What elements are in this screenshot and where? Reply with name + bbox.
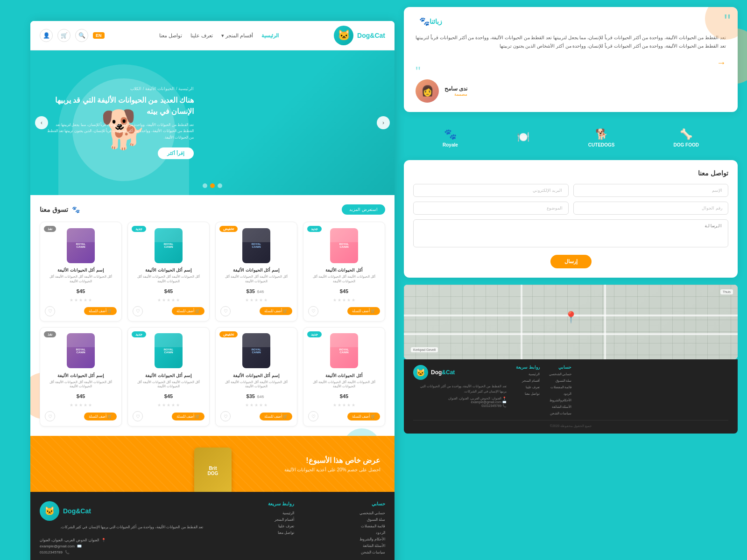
right-footer-link[interactable]: أقسام المنجر <box>516 379 540 383</box>
email-input[interactable] <box>413 184 569 197</box>
footer-logo-text: Dog&Cat <box>63 507 91 515</box>
account-button[interactable]: 👤 <box>40 29 53 42</box>
product-rating: ★ ★ ★ ★ ★ <box>308 403 380 407</box>
location-icon: 📍 <box>101 538 106 542</box>
add-to-cart-button[interactable]: 🛒 أضف للسلة <box>347 413 380 420</box>
add-to-cart-button[interactable]: 🛒 أضف للسلة <box>347 307 380 315</box>
product-price: $45 $35 <box>220 287 292 295</box>
hero-cta-button[interactable]: إقرأ أكثر <box>158 147 194 159</box>
language-switcher[interactable]: EN <box>93 32 105 39</box>
cart-button[interactable]: 🛒 <box>57 29 70 42</box>
product-name: أكل الحيوانات الأليفة <box>308 373 380 378</box>
footer-link[interactable]: تواصل معنا <box>212 531 294 535</box>
wishlist-button[interactable]: ♡ <box>45 411 55 421</box>
wishlist-button[interactable]: ♡ <box>133 411 143 421</box>
phone-icon: 📞 <box>65 550 70 554</box>
wishlist-button[interactable]: ♡ <box>45 306 55 316</box>
footer-link[interactable]: الأحكام والشروط <box>303 537 385 541</box>
map-pin-icon: 📍 <box>564 311 578 324</box>
right-footer-link[interactable]: الردود <box>549 392 572 396</box>
search-button[interactable]: 🔍 <box>75 29 88 42</box>
products-section-title: 🐾 تسوق معنا <box>40 206 80 213</box>
star-1: ★ <box>88 403 92 407</box>
navbar-icons: EN 🔍 🛒 👤 <box>40 29 105 42</box>
footer-link[interactable]: سلة التسوق <box>303 518 385 522</box>
footer-quicklinks-column: روابط سريعة الرئيسية أقسام المنجر تعرف ع… <box>212 501 294 557</box>
star-4: ★ <box>162 298 166 302</box>
product-badge: تخفيض <box>219 331 238 337</box>
hero-prev-button[interactable]: ‹ <box>377 116 390 129</box>
right-footer-link[interactable]: قائمة المفضلات <box>549 385 572 389</box>
add-to-cart-button[interactable]: 🛒 أضف للسلة <box>172 413 204 420</box>
wishlist-button[interactable]: ♡ <box>308 411 318 421</box>
message-input[interactable] <box>413 219 728 247</box>
phone-input[interactable] <box>573 202 729 215</box>
product-badge: نفذ <box>44 331 56 337</box>
logo[interactable]: 🐱 Dog&Cat <box>334 26 385 45</box>
right-footer-quicklinks-title: روابط سريعة <box>516 365 540 370</box>
footer-link[interactable]: قائمة المفضلات <box>303 524 385 528</box>
hero-dot-2[interactable] <box>210 183 215 188</box>
footer-phone: 📞 01012345789 <box>40 550 203 554</box>
product-card: جديد ROYALCANIN إسم أكل الحيوانات الأليف… <box>127 327 210 427</box>
nav-categories[interactable]: أقسام المنجر ▾ <box>221 33 253 39</box>
wishlist-button[interactable]: ♡ <box>220 306 231 316</box>
add-to-cart-button[interactable]: 🛒 أضف للسلة <box>84 413 117 420</box>
star-1: ★ <box>88 298 92 302</box>
nav-about[interactable]: تعرف علينا <box>190 33 213 39</box>
product-description: أكل الحيوانات الأليفة أكل الحيوانات الأل… <box>308 274 380 284</box>
product-visual: ROYALCANIN <box>330 333 358 368</box>
star-2: ★ <box>347 298 351 302</box>
star-2: ★ <box>171 298 175 302</box>
add-to-cart-button[interactable]: 🛒 أضف للسلة <box>260 307 292 315</box>
product-actions: 🛒 أضف للسلة ♡ <box>220 306 292 316</box>
footer-link[interactable]: سياسات الشحن <box>303 550 385 554</box>
wishlist-button[interactable]: ♡ <box>308 306 318 316</box>
nav-home[interactable]: الرئيسية <box>261 33 279 39</box>
wishlist-button[interactable]: ♡ <box>220 411 231 421</box>
footer-link[interactable]: أقسام المنجر <box>212 518 294 522</box>
footer-account-links: حسابي الشخصي سلة التسوق قائمة المفضلات ا… <box>303 511 385 554</box>
star-2: ★ <box>84 298 87 302</box>
brand-cutedogs: 🐕 CUTEDOGS <box>588 128 615 147</box>
footer-link[interactable]: حسابي الشخصي <box>303 511 385 515</box>
submit-button[interactable]: إرسال <box>550 255 592 268</box>
product-card: نفذ ROYALCANIN إسم أكل الحيوانات الأليفة… <box>40 327 122 427</box>
right-footer-logo-icon: 🐱 <box>413 365 428 380</box>
right-footer-link[interactable]: تواصل معنا <box>516 392 540 396</box>
website-panel: 🐱 Dog&Cat الرئيسية أقسام المنجر ▾ تعرف ع… <box>30 21 395 560</box>
star-5: ★ <box>333 403 337 407</box>
right-footer-link[interactable]: سلة التسوق <box>549 379 572 383</box>
right-footer-link[interactable]: تعرف علينا <box>516 385 540 389</box>
footer-link[interactable]: الرئيسية <box>212 511 294 515</box>
right-footer-phone: 📞 01012345789 <box>413 404 507 408</box>
product-description: أكل الحيوانات الأليفة أكل الحيوانات الأل… <box>133 274 204 284</box>
quote-open-icon: " <box>724 12 731 30</box>
footer-link[interactable]: تعرف علينا <box>212 524 294 528</box>
current-price: $35 <box>247 393 255 399</box>
see-more-button[interactable]: استعرض المزيد <box>342 204 385 215</box>
add-to-cart-button[interactable]: 🛒 أضف للسلة <box>172 307 204 315</box>
add-to-cart-button[interactable]: 🛒 أضف للسلة <box>260 413 292 420</box>
right-footer-link[interactable]: الأحكام والشروط <box>549 399 572 402</box>
hero-dot-3[interactable] <box>203 183 207 188</box>
name-input[interactable] <box>573 184 729 197</box>
footer-link[interactable]: الأسئلة الشائعة <box>303 544 385 548</box>
wishlist-button[interactable]: ♡ <box>133 306 143 316</box>
right-footer-link[interactable]: حسابي الشخصي <box>549 372 572 376</box>
author-info: ندى سامح مصممة <box>444 85 467 97</box>
current-price: $45 <box>340 288 348 294</box>
nav-contact[interactable]: تواصل معنا <box>159 33 182 39</box>
star-2: ★ <box>259 403 263 407</box>
footer-link[interactable]: الردود <box>303 531 385 535</box>
product-actions: 🛒 أضف للسلة ♡ <box>133 411 204 421</box>
add-to-cart-button[interactable]: 🛒 أضف للسلة <box>84 307 117 315</box>
right-footer-link[interactable]: الأسئلة الشائعة <box>549 405 572 409</box>
contact-section-title: تواصل معنا <box>413 169 728 177</box>
subject-input[interactable] <box>413 202 569 215</box>
star-5: ★ <box>70 403 73 407</box>
right-footer-link[interactable]: الرئيسية <box>516 372 540 376</box>
hero-dot-1[interactable] <box>218 183 222 188</box>
product-name: إسم أكل الحيوانات الأليفة <box>133 373 204 378</box>
right-footer-link[interactable]: سياسات الشحن <box>549 412 572 415</box>
